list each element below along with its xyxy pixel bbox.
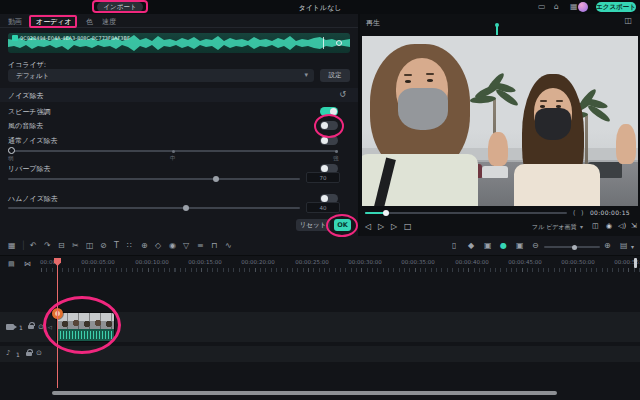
track-manager-icon[interactable]: ▤	[620, 242, 628, 250]
link-icon[interactable]: ⋈	[24, 261, 31, 268]
playhead-line[interactable]	[57, 258, 58, 388]
snap-icon[interactable]: ⊓	[211, 242, 217, 250]
monitor-icon[interactable]: ▭	[538, 3, 546, 11]
audio-badge-icon	[12, 35, 18, 41]
mark-in-icon[interactable]: (	[573, 209, 576, 217]
import-button[interactable]: インポート	[97, 2, 143, 12]
ruler-label: 00:00:20:00	[241, 259, 275, 265]
media-track-icon[interactable]: ▤	[8, 261, 15, 268]
reset-section-icon[interactable]: ↺	[339, 90, 346, 99]
zoom-in-icon[interactable]: ⊕	[604, 242, 611, 250]
video-frame[interactable]	[362, 36, 638, 206]
hum-value-input[interactable]: 40	[306, 202, 340, 213]
ok-button[interactable]: OK	[334, 219, 351, 231]
normal-noise-removal-toggle[interactable]	[320, 136, 338, 145]
ruler-label: 00:00:35:00	[401, 259, 435, 265]
timeline-ruler[interactable]: ▤ ⋈ 00:00 00:00:05:00 00:00:10:00 00:00:…	[0, 258, 640, 272]
tab-video[interactable]: 動画	[8, 17, 22, 27]
record-icon[interactable]: ◉	[169, 242, 176, 250]
ruler-label: 00:00:50:00	[561, 259, 595, 265]
grid-layout-icon[interactable]: ▦	[570, 3, 578, 11]
collapse-track-icon[interactable]: ◁	[48, 325, 52, 330]
avatar[interactable]	[578, 2, 588, 12]
ruler-label: 00:00:40:00	[455, 259, 489, 265]
reset-button[interactable]: リセット	[296, 219, 330, 231]
audio-track-lane[interactable]	[0, 346, 640, 362]
project-title: タイトルなし	[260, 3, 380, 13]
equalizer-preset-select[interactable]: デフォルト ▾	[8, 69, 314, 82]
normal-noise-slider[interactable]	[8, 150, 338, 152]
wind-removal-toggle[interactable]	[320, 121, 338, 130]
seek-bar[interactable]	[365, 212, 567, 214]
speed-icon[interactable]: ⊘	[100, 242, 107, 250]
mark-out-icon[interactable]: )	[581, 209, 584, 217]
export-button[interactable]: エクスポート	[596, 2, 636, 12]
slider-handle[interactable]	[213, 176, 219, 182]
speaker-icon[interactable]: ◁)	[618, 223, 626, 230]
volume-keyframe-handle[interactable]	[336, 40, 342, 46]
audio-mixer-icon[interactable]: ∿	[225, 242, 232, 250]
zoom-out-icon[interactable]: ⊖	[532, 242, 539, 250]
preview-render-icon[interactable]: ▣	[516, 242, 524, 250]
slider-handle[interactable]	[572, 245, 577, 250]
crop-icon[interactable]: ◫	[86, 242, 94, 250]
toggle-knob	[330, 108, 337, 115]
media-panel-icon[interactable]: ▦	[8, 242, 16, 250]
transform-icon[interactable]: ∷	[127, 242, 132, 250]
text-tool-icon[interactable]: T	[114, 242, 119, 250]
vertical-scrollbar-thumb[interactable]	[634, 258, 637, 268]
chroma-key-icon[interactable]: ≡	[197, 242, 204, 250]
equalizer-settings-button[interactable]: 設定	[320, 69, 350, 82]
lock-icon[interactable]	[28, 325, 34, 329]
hum-noise-slider[interactable]	[8, 207, 300, 209]
equalizer-preset-value: デフォルト	[16, 72, 49, 81]
undo-icon[interactable]: ↶	[30, 242, 37, 250]
toggle-knob	[321, 137, 328, 144]
step-forward-icon[interactable]: ▷	[391, 223, 397, 231]
lock-icon[interactable]	[26, 352, 32, 356]
chevron-down-icon[interactable]: ▾	[631, 244, 634, 250]
phone-preview-icon[interactable]: ▯	[452, 242, 456, 250]
panel-tabs: 動画 オーディオ 色 速度	[0, 14, 358, 28]
audio-clip-waveform[interactable]: 9C928494-E04A-4EA3-808C-8C773F8AF3BF	[8, 33, 350, 53]
ruler-label: 00:00:10:00	[135, 259, 169, 265]
horizontal-scrollbar-thumb[interactable]	[52, 391, 557, 395]
marker-icon[interactable]: ▽	[183, 242, 189, 250]
fullscreen-icon[interactable]: ⇲	[631, 223, 637, 230]
tab-color[interactable]: 色	[86, 17, 93, 27]
noise-removal-title: ノイズ除去	[8, 91, 44, 101]
snap-toggle-icon[interactable]: ▣	[484, 242, 492, 250]
slider-handle[interactable]	[8, 147, 15, 154]
timeline-clip[interactable]	[57, 313, 114, 341]
ruler-label: 00:00:15:00	[188, 259, 222, 265]
track-visibility-icon[interactable]: ⊙	[38, 324, 44, 331]
play-icon[interactable]: ▷	[378, 223, 384, 231]
seek-handle[interactable]	[383, 210, 389, 216]
skip-back-icon[interactable]: ◁	[365, 223, 371, 231]
slider-handle[interactable]	[183, 205, 189, 211]
tab-audio[interactable]: オーディオ	[36, 17, 72, 27]
home-icon[interactable]: ⌂	[554, 3, 559, 11]
delete-icon[interactable]: ⊟	[58, 242, 65, 250]
display-mode-icon[interactable]: ◫	[624, 17, 632, 25]
reverb-value-input[interactable]: 70	[306, 172, 340, 183]
track-mute-icon[interactable]: ⊙	[36, 350, 42, 357]
stop-icon[interactable]: □	[404, 223, 412, 231]
keyframe-icon[interactable]: ◇	[155, 242, 161, 250]
split-icon[interactable]: ✂	[72, 242, 79, 250]
zoom-tool-icon[interactable]: ⊕	[141, 242, 148, 250]
tab-speed[interactable]: 速度	[102, 17, 116, 27]
keyframe-diamond-icon[interactable]: ◆	[468, 242, 474, 250]
redo-icon[interactable]: ↷	[44, 242, 51, 250]
timeline-zoom-slider[interactable]	[544, 246, 600, 248]
snapshot-icon[interactable]: ◉	[606, 223, 612, 230]
clip-thumbnails	[57, 313, 114, 329]
volume-envelope-line[interactable]	[323, 37, 324, 49]
noise-removal-section-header: ノイズ除去 ↺	[0, 88, 358, 102]
auto-ripple-icon[interactable]: ●	[500, 242, 507, 250]
speech-enhancement-toggle[interactable]	[320, 107, 338, 116]
reverb-slider[interactable]	[8, 178, 300, 180]
dual-screen-icon[interactable]: ◫	[592, 223, 599, 230]
video-track-icon	[6, 324, 14, 330]
playback-quality-select[interactable]: フル ビデオ画質	[532, 223, 577, 232]
